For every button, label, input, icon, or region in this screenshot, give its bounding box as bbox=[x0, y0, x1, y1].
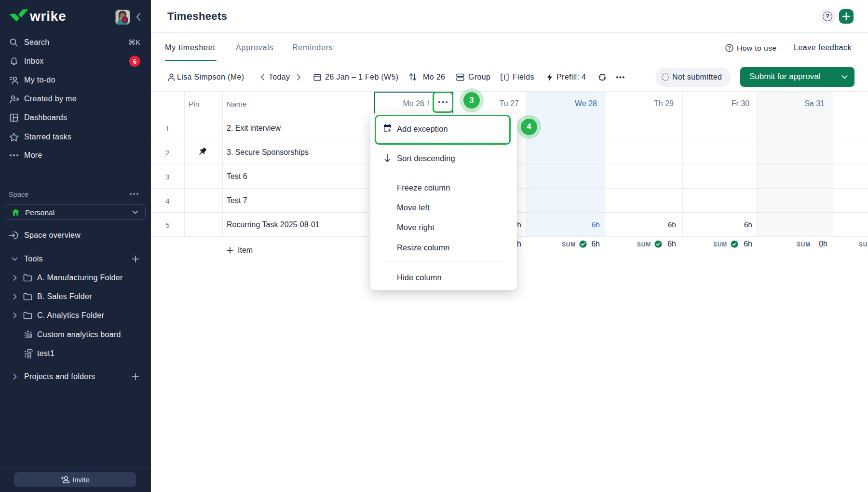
svg-text:?: ? bbox=[728, 45, 731, 51]
